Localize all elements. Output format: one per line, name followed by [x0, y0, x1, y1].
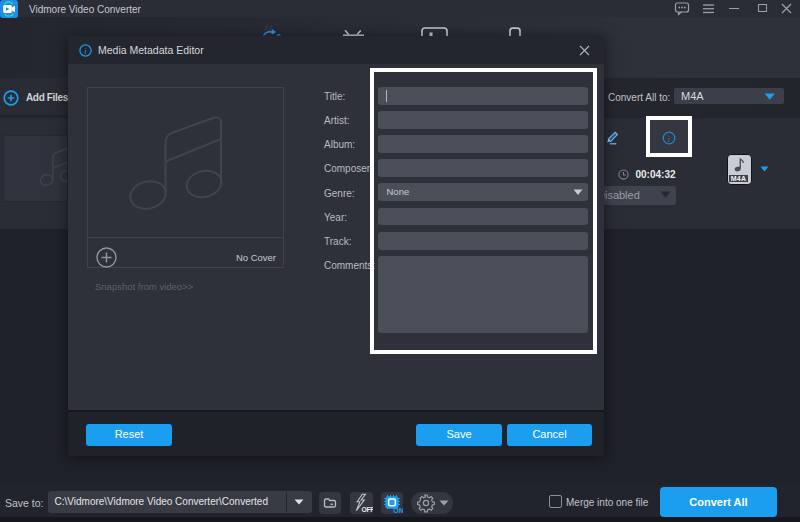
- svg-text:OFF: OFF: [362, 506, 374, 513]
- svg-text:i: i: [668, 134, 671, 144]
- svg-text:ON: ON: [393, 507, 403, 514]
- svg-text:i: i: [84, 46, 87, 56]
